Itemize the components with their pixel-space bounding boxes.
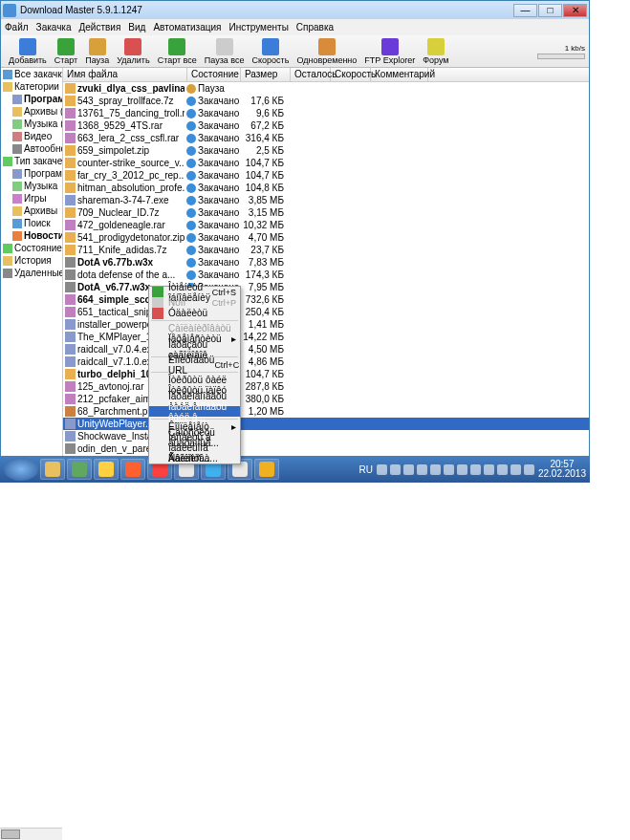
column-header[interactable]: Скорость [331,68,371,81]
tree-item[interactable]: Программы (45) [1,93,62,105]
column-header[interactable]: Имя файла [63,68,187,81]
toolbar-Удалить[interactable]: Удалить [113,37,153,66]
file-row[interactable]: 13761_75_dancing_troll.rarЗакачано9,6 КБ [63,107,589,119]
file-row[interactable]: 472_goldeneagle.rarЗакачано10,32 МБ [63,219,589,231]
tree-item[interactable]: Видео [1,130,62,142]
tray-icon[interactable] [444,464,454,475]
taskbar-app[interactable] [94,459,119,480]
file-row[interactable]: 125_avtonoj.rarЗакачано287,8 КБ [63,380,589,393]
menu-Закачка[interactable]: Закачка [36,22,72,32]
file-row[interactable]: 541_prodigydetonator.zipЗакачано4,70 МБ [63,231,589,244]
file-row[interactable]: zvuki_dlya_css_pavlina...Пауза [63,82,589,95]
tray-icon[interactable] [377,464,387,475]
context-menu-item[interactable]: Îáíîâèòü â ïàâèëüîíå Ãàéäèñ... [149,442,240,453]
taskbar-app[interactable] [67,459,92,480]
context-menu-item[interactable]: ÑòîïCtrl+P [149,297,240,308]
tree-item[interactable]: Архивы [1,205,62,217]
file-row[interactable]: 664_simple_scope_16...Закачано732,6 КБ [63,293,589,306]
file-row[interactable]: 1368_9529_4TS.rarЗакачано67,2 КБ [63,119,589,132]
toolbar-Форум[interactable]: Форум [419,37,452,66]
tree-item[interactable]: Удаленные [1,267,62,279]
menu-Автоматизация[interactable]: Автоматизация [153,22,221,32]
close-button[interactable]: ✕ [563,4,587,17]
tray-icon[interactable] [497,464,508,475]
column-header[interactable]: Комментарий [371,68,428,81]
context-menu-item[interactable]: Ïåðåèìåíîâàòü ôàéë â... [149,406,240,417]
clock[interactable]: 20:57 22.02.2013 [538,460,586,479]
context-menu-item[interactable]: Ñâîéñòâà... [149,453,240,463]
tree-item[interactable]: Новости (4) [1,229,62,242]
tree-item[interactable]: История [1,254,62,267]
file-row[interactable]: 659_simpolet.zipЗакачано2,5 КБ [63,144,589,157]
maximize-button[interactable]: □ [538,4,562,17]
tray-icon[interactable] [457,464,467,475]
file-row[interactable]: DotA v6.77b.w3xЗакачано7,83 МБ [63,256,589,269]
tray-icon[interactable] [430,464,441,475]
tree-item[interactable]: Категории [1,80,62,93]
context-menu-item[interactable]: Îòìåíèòü îáíîâëåíèÿCtrl+S [149,287,240,297]
toolbar-Старт[interactable]: Старт [51,37,81,66]
tree-item[interactable]: Музыка [1,180,62,192]
tray-icon[interactable] [524,464,534,475]
file-row[interactable]: 212_pcfaker_aim_v4.rarЗакачано380,0 КБ [63,393,589,405]
file-row[interactable]: turbo_delphi_10_2006...Закачано104,7 КБ [63,368,589,380]
tree-item[interactable]: Программы [1,167,62,180]
toolbar-Добавить[interactable]: Добавить [5,37,51,66]
tray-icon[interactable] [390,464,401,475]
tree-item[interactable]: Архивы (61) [1,105,62,118]
file-row[interactable]: The_KMPlayer_1435.exeЗакачано14,22 МБ [63,331,589,343]
file-row[interactable]: 711_Knife_adidas.7zЗакачано23,7 КБ [63,244,589,256]
file-row[interactable]: 68_Parchment.potЗакачано1,20 МБ [63,405,589,418]
column-header[interactable]: Состояние [187,68,241,81]
start-button[interactable] [4,458,38,481]
menu-Инструменты[interactable]: Инструменты [228,22,288,32]
tree-item[interactable]: Игры [1,192,62,205]
tray-icon[interactable] [417,464,427,475]
toolbar-FTP Explorer[interactable]: FTP Explorer [360,37,419,66]
file-row[interactable]: raidcall_v7.0.4.exeЗакачано4,50 МБ [63,343,589,355]
toolbar-Пауза[interactable]: Пауза [81,37,113,66]
toolbar-Одновременно[interactable]: Одновременно [293,37,360,66]
tree-item[interactable]: Поиск [1,217,62,229]
menu-Вид[interactable]: Вид [128,22,145,32]
taskbar-app[interactable] [254,459,279,480]
file-row[interactable]: 709_Nuclear_ID.7zЗакачано3,15 МБ [63,206,589,219]
language-indicator[interactable]: RU [358,464,372,475]
menu-Действия[interactable]: Действия [79,22,121,32]
tree-item[interactable]: Музыка (8) [1,118,62,130]
tray-icon[interactable] [484,464,494,475]
file-row[interactable]: hitman_absolution_profe...Закачано104,8 … [63,182,589,194]
menu-Справка[interactable]: Справка [296,22,334,32]
titlebar[interactable]: Download Master 5.9.1.1247 — □ ✕ [1,1,589,19]
file-row[interactable]: installer_powerpoint_20...Закачано1,41 М… [63,318,589,331]
speed-bar[interactable] [537,54,585,59]
column-header[interactable]: Осталось [291,68,331,81]
context-menu-item[interactable]: Îòêðûòü ôàéë [149,375,240,385]
toolbar-Пауза все[interactable]: Пауза все [201,37,249,66]
tray-icon[interactable] [403,464,414,475]
toolbar-Старт все[interactable]: Старт все [154,37,201,66]
file-row[interactable]: 543_spray_trollface.7zЗакачано17,6 КБ [63,95,589,107]
file-row[interactable]: odin_den_v_pare_uzha... [63,442,589,455]
file-list[interactable]: zvuki_dlya_css_pavlina...Пауза543_spray_… [63,82,589,461]
file-row[interactable]: UnityWebPlayer.exe [63,418,589,430]
file-row[interactable]: shareman-3-74-7.exeЗакачано3,85 МБ [63,194,589,206]
tray-icon[interactable] [511,464,521,475]
tree-item[interactable]: Тип закачек [1,155,62,167]
file-row[interactable]: 651_tactical_sniper.rarЗакачано250,4 КБ [63,306,589,318]
file-row[interactable]: Shockwave_Installer_Sli... [63,430,589,442]
taskbar-app[interactable] [40,459,65,480]
tree-item[interactable]: Автообновление [1,142,62,155]
file-row[interactable]: raidcall_v7.1.0.exeЗакачано4,86 МБ [63,355,589,368]
toolbar-Скорость[interactable]: Скорость [249,37,293,66]
file-row[interactable]: 663_lera_2_css_csfl.rarЗакачано316,4 КБ [63,132,589,144]
tray-icon[interactable] [470,464,481,475]
context-menu-item[interactable]: Îáðåçàòü çàãîëîâîê [149,344,240,355]
file-row[interactable]: far_cry_3_2012_pc_rep...Закачано104,7 КБ [63,169,589,182]
file-row[interactable]: DotA_v6.77.w3xЗакачано7,95 МБ [63,281,589,293]
file-row[interactable]: dota defense of the a...Закачано174,3 КБ [63,269,589,281]
minimize-button[interactable]: — [513,4,537,17]
tree-item[interactable]: Состояние (6) [1,242,62,254]
context-menu-item[interactable]: Çàïëàíèðîâàòü [149,323,240,334]
context-menu-item[interactable]: Óäàëèòü [149,308,240,318]
